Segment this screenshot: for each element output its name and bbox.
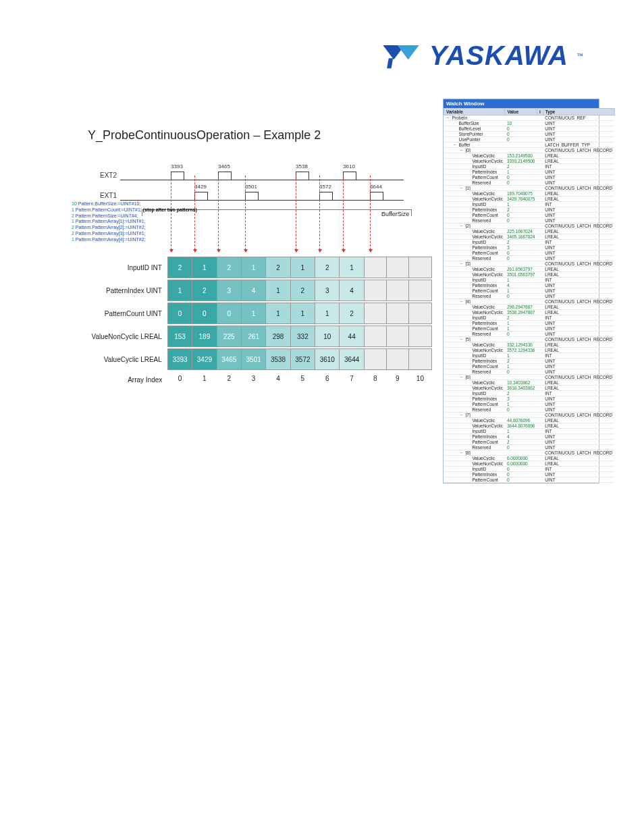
watch-row[interactable]: ValueCyclic332.1294336LREAL [444, 342, 615, 348]
watch-row[interactable]: BufferLevel0UINT [444, 126, 615, 132]
watch-row[interactable]: −[1]CONTINUOUS_LATCH_RECORD [444, 186, 615, 191]
watch-var-i [537, 115, 543, 121]
watch-var-value: 0.0000000 [505, 461, 537, 467]
watch-row[interactable]: −[5]CONTINUOUS_LATCH_RECORD [444, 337, 615, 342]
watch-row[interactable]: Reserved0UINT [444, 180, 615, 186]
watch-var-name: Reserved [444, 445, 505, 450]
grid-cell [408, 326, 431, 347]
watch-row[interactable]: Reserved0UINT [444, 218, 615, 224]
watch-var-value: 3572.1294336 [505, 348, 537, 353]
watch-row[interactable]: PatternCount0UINT [444, 175, 615, 180]
watch-var-name: PatternCount [444, 213, 505, 218]
watch-row[interactable]: ValueCyclic225.1667024LREAL [444, 229, 615, 234]
watch-row[interactable]: −[8]CONTINUOUS_LATCH_RECORD [444, 450, 615, 456]
watch-row[interactable]: ValueNonCyclic3465.1667024LREAL [444, 234, 615, 240]
watch-var-value: 0 [505, 467, 537, 472]
watch-row[interactable]: ValueCyclic0.0000000LREAL [444, 456, 615, 461]
watch-row[interactable]: Reserved0UINT [444, 407, 615, 413]
watch-row[interactable]: BufferSize10UINT [444, 121, 615, 126]
watch-row[interactable]: PatternCount1UINT [444, 402, 615, 407]
watch-row[interactable]: PatternCount0UINT [444, 213, 615, 218]
watch-var-name: −[3] [444, 261, 505, 267]
watch-var-type: LREAL [543, 418, 614, 423]
watch-row[interactable]: Reserved0UINT [444, 294, 615, 299]
watch-row[interactable]: ValueNonCyclic3572.1294336LREAL [444, 348, 615, 353]
watch-row[interactable]: PatternCount0UINT [444, 251, 615, 256]
watch-row[interactable]: ValueCyclic261.6563797LREAL [444, 267, 615, 272]
watch-row[interactable]: Reserved0UINT [444, 256, 615, 261]
watch-row[interactable]: ValueCyclic189.7040075LREAL [444, 191, 615, 197]
watch-row[interactable]: InputID2INT [444, 391, 615, 396]
watch-row[interactable]: PatternIndex1UINT [444, 170, 615, 175]
grid-cell: 3501 [241, 349, 265, 370]
watch-var-name: ValueNonCyclic [444, 159, 505, 164]
watch-row[interactable]: InputID1INT [444, 353, 615, 359]
watch-row[interactable]: −[2]CONTINUOUS_LATCH_RECORD [444, 224, 615, 229]
watch-var-i [537, 137, 543, 142]
watch-row[interactable]: InputID2INT [444, 315, 615, 321]
watch-row[interactable]: ValueNonCyclic3610.3403862LREAL [444, 386, 615, 391]
watch-row[interactable]: ValueNonCyclic3644.8076096LREAL [444, 423, 615, 429]
watch-row[interactable]: PatternIndex2UINT [444, 359, 615, 364]
watch-row[interactable]: ValueNonCyclic3501.6563797LREAL [444, 272, 615, 278]
watch-row[interactable]: PatternCount1UINT [444, 288, 615, 294]
watch-row[interactable]: InputID1INT [444, 429, 615, 434]
watch-window-title: Watch Window [444, 99, 599, 108]
watch-row[interactable]: −[0]CONTINUOUS_LATCH_RECORD [444, 148, 615, 153]
watch-row[interactable]: PatternIndex4UINT [444, 283, 615, 288]
watch-var-type: UINT [543, 175, 614, 180]
watch-row[interactable]: ValueNonCyclic3538.2947887LREAL [444, 310, 615, 315]
watch-var-i [537, 278, 543, 283]
watch-row[interactable]: InputID1INT [444, 202, 615, 207]
watch-var-value: 3465.1667024 [505, 234, 537, 240]
watch-row[interactable]: ValueCyclic10.3403862LREAL [444, 380, 615, 386]
watch-row[interactable]: PatternCount1UINT [444, 364, 615, 369]
watch-row[interactable]: −[6]CONTINUOUS_LATCH_RECORD [444, 375, 615, 380]
watch-row[interactable]: PatternCount2UINT [444, 440, 615, 445]
watch-var-i [537, 332, 543, 337]
watch-row[interactable]: UsePointer0UINT [444, 137, 615, 142]
watch-row[interactable]: InputID2INT [444, 164, 615, 170]
grid-cell: 0 [217, 303, 241, 324]
watch-row[interactable]: −ProbeInCONTINUOUS_REF [444, 115, 615, 121]
watch-row[interactable]: ValueNonCyclic0.0000000LREAL [444, 461, 615, 467]
watch-row[interactable]: −[7]CONTINUOUS_LATCH_RECORD [444, 413, 615, 418]
watch-row[interactable]: −[4]CONTINUOUS_LATCH_RECORD [444, 299, 615, 305]
watch-row[interactable]: InputID0INT [444, 467, 615, 472]
setting-line: 1 Pattern.PatternArray[4]:=UINT#2; [72, 237, 197, 243]
watch-row[interactable]: PatternIndex3UINT [444, 245, 615, 251]
watch-row[interactable]: Reserved0UINT [444, 369, 615, 375]
watch-row[interactable]: ValueNonCyclic3429.7040075LREAL [444, 197, 615, 202]
watch-row[interactable]: PatternCount1UINT [444, 326, 615, 332]
watch-var-value: 0 [505, 218, 537, 224]
watch-row[interactable]: −BufferLATCH_BUFFER_TYP [444, 142, 615, 148]
watch-row[interactable]: PatternCount0UINT [444, 477, 615, 483]
watch-row[interactable]: PatternIndex1UINT [444, 321, 615, 326]
watch-row[interactable]: Reserved0UINT [444, 332, 615, 337]
watch-row[interactable]: ValueCyclic298.2947887LREAL [444, 305, 615, 310]
watch-var-value: 0 [505, 126, 537, 132]
watch-row[interactable]: ValueCyclic153.2149500LREAL [444, 153, 615, 159]
watch-row[interactable]: ValueNonCyclic3393.2149500LREAL [444, 159, 615, 164]
watch-row[interactable]: InputID2INT [444, 240, 615, 245]
watch-row[interactable]: PatternIndex4UINT [444, 434, 615, 440]
watch-row[interactable]: InputID1INT [444, 278, 615, 283]
watch-row[interactable]: PatternIndex2UINT [444, 207, 615, 213]
watch-var-value: 0 [505, 472, 537, 477]
watch-var-i [537, 434, 543, 440]
watch-row[interactable]: PatternIndex3UINT [444, 396, 615, 402]
watch-row[interactable]: −[3]CONTINUOUS_LATCH_RECORD [444, 261, 615, 267]
grid-row-label: ValueCyclic LREAL [88, 349, 167, 370]
watch-row[interactable]: PatternIndex0UINT [444, 472, 615, 477]
watch-var-type: UINT [543, 364, 614, 369]
watch-var-type: UINT [543, 359, 614, 364]
grid-cell: 1 [315, 303, 340, 324]
watch-var-i [537, 202, 543, 207]
watch-var-value [505, 375, 537, 380]
watch-row[interactable]: StorePointer0UINT [444, 132, 615, 137]
watch-row[interactable]: ValueCyclic44.8076096LREAL [444, 418, 615, 423]
watch-var-value [505, 115, 537, 121]
watch-row[interactable]: Reserved0UINT [444, 445, 615, 450]
watch-var-type: UINT [543, 180, 614, 186]
pulse-value: 3538 [296, 163, 308, 170]
